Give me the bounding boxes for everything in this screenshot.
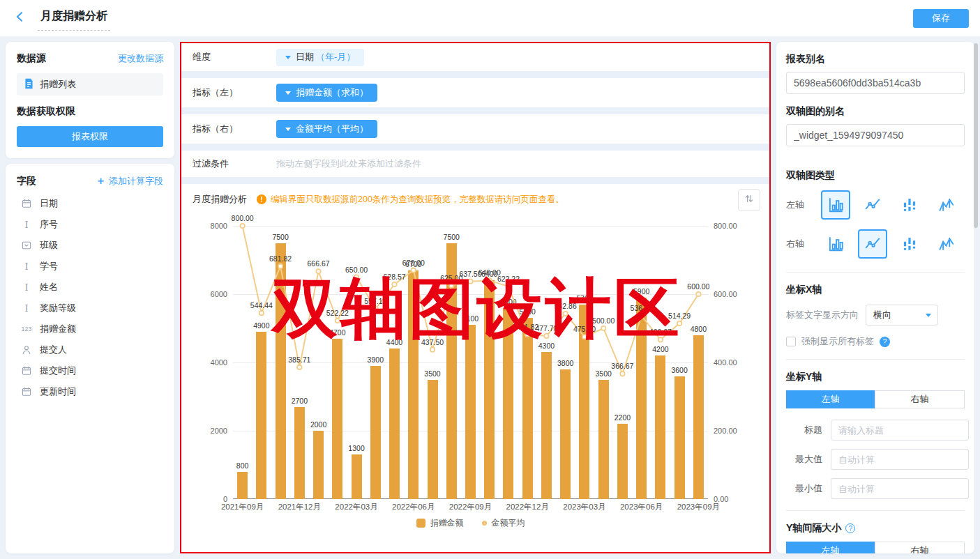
line-chart-icon[interactable] [854,196,891,214]
line-point [468,279,472,283]
x-axis-tick-label: 2022年09月 [439,502,503,512]
line-point [620,372,624,376]
y-axis-max-input[interactable] [831,449,969,470]
y-axis-right-tick: 200.00 [714,427,737,435]
field-item[interactable]: I奖励等级 [17,298,163,319]
x-axis-tick-label: 2023年03月 [552,502,617,512]
number-icon: 123 [20,326,33,332]
text-icon: I [20,303,33,314]
x-label-direction-value: 横向 [866,309,919,321]
help-icon[interactable]: ? [880,337,890,347]
field-item[interactable]: 提交人 [17,339,163,360]
line-point [316,269,320,273]
metric-left-pill[interactable]: 捐赠金额（求和） [276,84,377,102]
field-label: 班级 [40,239,58,252]
field-item[interactable]: I序号 [17,214,163,235]
filter-row[interactable]: 过滤条件 拖动左侧字段到此处来添加过滤条件 [181,151,769,177]
bar-chart-icon[interactable] [817,235,854,253]
person-icon [20,344,33,355]
chart-legend: 捐赠金额 金额平均 [233,517,708,529]
x-axis-tick-label: 2022年12月 [495,502,559,512]
field-item[interactable]: 提交时间 [17,360,163,381]
legend-item-bar[interactable]: 捐赠金额 [416,517,464,529]
filter-placeholder: 拖动左侧字段到此处来添加过滤条件 [276,158,421,170]
line-point [430,347,435,351]
metric-right-pill[interactable]: 金额平均（平均） [276,120,377,138]
line-point [354,275,359,279]
dimension-field-name: 日期 [296,51,314,63]
stacked-bar-chart-icon[interactable] [891,235,928,253]
change-datasource-link[interactable]: 更改数据源 [118,52,163,65]
back-button[interactable] [11,9,29,27]
chevron-down-icon [285,91,291,98]
dimension-field-pill[interactable]: 日期 （年-月） [276,49,364,66]
force-show-labels-checkbox[interactable] [786,337,796,346]
line-point [297,365,301,369]
datasource-card: 数据源 更改数据源 捐赠列表 数据获取权限 报表权限 [6,42,174,158]
x-axis-heading: 坐标X轴 [786,284,965,296]
line-point [449,284,453,288]
metric-right-row: 指标（右） 金额平均（平均） [181,114,769,144]
dimension-row: 维度 日期 （年-月） [181,43,769,71]
calendar-icon [20,365,33,376]
field-label: 更新时间 [40,385,76,398]
metric-left-row: 指标（左） 捐赠金额（求和） [181,78,769,107]
area-chart-icon[interactable] [928,235,965,253]
widget-alias-input[interactable] [786,124,965,146]
line-point [677,321,681,326]
line-chart-icon[interactable] [854,229,891,259]
field-label: 学号 [40,260,58,273]
help-icon[interactable]: ? [845,523,855,533]
preview-notice: ! 编辑界面只取数据源前200条作为查询数据预览，完整数据请访问页面查看。 [257,194,564,206]
right-axis-type-row: 右轴 [786,227,965,261]
y-interval-right-tab[interactable]: 右轴 [875,542,965,553]
y-axis-right-tab[interactable]: 右轴 [875,390,965,408]
y-axis-title-input[interactable] [831,420,969,441]
field-item[interactable]: 日期 [17,193,163,214]
legend-item-line[interactable]: 金额平均 [482,517,525,529]
y-axis-left-tick: 2000 [211,427,227,435]
y-axis-min-input[interactable] [831,478,969,499]
warning-icon: ! [257,194,266,204]
y-interval-heading: Y轴间隔大小 [786,522,841,535]
x-axis-tick-label: 2022年06月 [382,502,446,512]
save-button[interactable]: 保存 [913,9,969,28]
bar-chart-icon[interactable] [817,190,854,220]
report-permission-button[interactable]: 报表权限 [17,126,163,147]
y-interval-left-tab[interactable]: 左轴 [786,542,875,553]
add-calc-field-link[interactable]: ＋ 添加计算字段 [96,174,163,187]
line-point [278,264,282,268]
sort-order-button[interactable] [738,189,760,211]
axis-type-label: 左轴 [786,199,817,211]
x-label-direction-select[interactable]: 横向 [866,305,938,326]
field-item[interactable]: 123捐赠金额 [17,319,163,339]
line-point [544,334,548,338]
divider [786,510,965,511]
chevron-down-icon [285,56,291,62]
divider [786,158,965,158]
y-axis-left-tick: 8000 [211,222,227,230]
fields-list: 日期I序号班级I学号I姓名I奖励等级123捐赠金额提交人提交时间更新时间 [17,193,163,402]
x-axis-tick-label: 2023年09月 [666,502,730,512]
field-item[interactable]: I学号 [17,256,163,277]
area-chart-icon[interactable] [928,196,965,214]
field-item[interactable]: 班级 [17,235,163,256]
dual-axis-chart: 00.002000200.004000400.006000600.0080008… [233,226,708,499]
topbar: 月度捐赠分析 保存 [0,0,980,36]
chart-preview-panel: 月度捐赠分析 ! 编辑界面只取数据源前200条作为查询数据预览，完整数据请访问页… [181,184,769,552]
filter-label: 过滤条件 [193,158,276,170]
text-icon: I [20,261,33,272]
line-point [373,307,377,311]
line-point [601,326,605,330]
calendar-icon [20,386,33,397]
report-alias-input[interactable] [786,72,965,94]
datasource-item[interactable]: 捐赠列表 [17,73,163,95]
line-point [582,335,587,339]
stacked-bar-chart-icon[interactable] [891,196,928,214]
fields-heading: 字段 [17,175,36,187]
field-item[interactable]: 更新时间 [17,381,163,402]
y-axis-left-tab[interactable]: 左轴 [786,390,875,408]
field-item[interactable]: I姓名 [17,277,163,298]
x-axis-tick-label: 2022年03月 [324,502,389,512]
scrollbar[interactable] [974,43,978,228]
